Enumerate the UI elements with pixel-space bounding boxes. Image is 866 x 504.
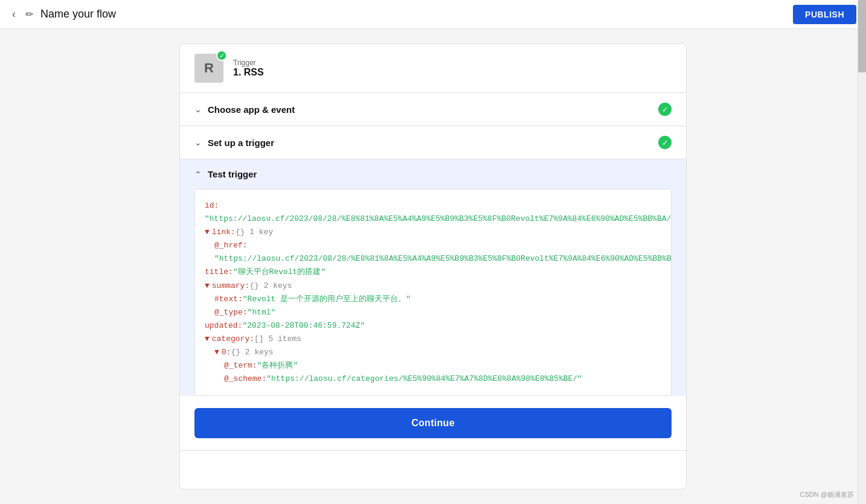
json-key: @_href:: [214, 239, 248, 252]
json-key: @_type:: [214, 306, 248, 319]
trigger-header: R ✓ Trigger 1. RSS: [180, 44, 686, 93]
json-expand-icon[interactable]: ▼: [205, 226, 210, 239]
setup-trigger-title: Set up a trigger: [208, 138, 274, 148]
flow-card: R ✓ Trigger 1. RSS ⌄ Choose app & event …: [179, 43, 687, 490]
trigger-info: Trigger 1. RSS: [233, 59, 264, 78]
json-expand-icon[interactable]: ▼: [205, 279, 210, 293]
json-key: summary:: [212, 279, 249, 293]
json-value: {} 2 keys: [231, 346, 273, 359]
continue-button[interactable]: Continue: [194, 408, 672, 438]
choose-app-title: Choose app & event: [208, 104, 295, 115]
trigger-label: Trigger: [233, 59, 264, 67]
publish-button[interactable]: PUBLISH: [793, 5, 856, 24]
json-key: #text:: [214, 293, 243, 306]
choose-app-header[interactable]: ⌄ Choose app & event ✓: [180, 93, 686, 126]
json-key: updated:: [205, 319, 242, 333]
continue-wrap: Continue: [180, 396, 686, 450]
json-line: ▼ category: [] 5 items: [205, 333, 661, 346]
test-trigger-section: ⌃ Test trigger id: "https://laosu.cf/202…: [180, 159, 686, 451]
json-viewer[interactable]: id: "https://laosu.cf/2023/08/28/%E8%81%…: [194, 189, 672, 396]
json-line: ▼ 0: {} 2 keys: [205, 346, 661, 359]
choose-app-section: ⌄ Choose app & event ✓: [180, 93, 686, 126]
json-expand-icon[interactable]: ▼: [205, 333, 210, 346]
back-button[interactable]: ‹: [10, 5, 18, 23]
json-key: title:: [205, 266, 233, 279]
json-line: @_term: "各种折腾": [205, 359, 661, 372]
edit-icon: ✏: [25, 8, 33, 20]
page-scrollbar[interactable]: [858, 0, 866, 504]
json-value: "html": [248, 306, 276, 319]
chevron-down-icon: ⌄: [194, 104, 202, 114]
choose-app-left: ⌄ Choose app & event: [194, 104, 295, 115]
setup-trigger-header[interactable]: ⌄ Set up a trigger ✓: [180, 126, 686, 159]
trigger-icon-letter: R: [204, 60, 214, 76]
setup-trigger-check: ✓: [658, 136, 672, 149]
setup-trigger-section: ⌄ Set up a trigger ✓: [180, 126, 686, 159]
json-line: ▼ link: {} 1 key: [205, 226, 661, 239]
trigger-check-badge: ✓: [216, 50, 227, 61]
json-key: @_scheme:: [224, 372, 266, 386]
json-value: {} 2 keys: [249, 279, 292, 293]
json-line: ▼ summary: {} 2 keys: [205, 279, 661, 293]
json-line: @_href: "https://laosu.cf/2023/08/28/%E8…: [205, 239, 661, 266]
json-value: "https://laosu.cf/categories/%E5%90%84%E…: [266, 372, 582, 386]
choose-app-check: ✓: [658, 103, 672, 116]
scrollbar-thumb[interactable]: [858, 0, 866, 72]
json-value: {} 1 key: [236, 226, 273, 239]
header-left: ‹ ✏ Name your flow: [10, 5, 116, 23]
app-header: ‹ ✏ Name your flow PUBLISH: [0, 0, 866, 29]
json-line: title: "聊天平台Revolt的搭建": [205, 266, 661, 279]
json-expand-icon[interactable]: ▼: [214, 346, 219, 359]
flow-title: Name your flow: [40, 8, 116, 21]
json-key: @_term:: [224, 359, 257, 372]
setup-trigger-left: ⌄ Set up a trigger: [194, 138, 274, 148]
json-value: "聊天平台Revolt的搭建": [233, 266, 326, 279]
trigger-icon-wrap: R ✓: [194, 54, 223, 83]
json-line: id: "https://laosu.cf/2023/08/28/%E8%81%…: [205, 199, 661, 226]
chevron-up-icon: ⌃: [194, 170, 202, 179]
json-line: @_type: "html": [205, 306, 661, 319]
json-key: id:: [205, 199, 219, 212]
test-trigger-title: Test trigger: [208, 169, 257, 179]
json-value: "https://laosu.cf/2023/08/28/%E8%81%8A%E…: [205, 212, 672, 226]
json-key: 0:: [222, 346, 231, 359]
json-line: #text: "Revolt 是一个开源的用户至上的聊天平台。": [205, 293, 661, 306]
test-trigger-header[interactable]: ⌃ Test trigger: [180, 159, 686, 189]
main-content: R ✓ Trigger 1. RSS ⌄ Choose app & event …: [0, 29, 866, 504]
json-line: @_scheme: "https://laosu.cf/categories/%…: [205, 372, 661, 386]
chevron-down-icon-2: ⌄: [194, 138, 202, 147]
json-value: "https://laosu.cf/2023/08/28/%E8%81%8A%E…: [214, 252, 672, 266]
trigger-name: 1. RSS: [233, 67, 264, 78]
watermark: CSDN @杨浦老苏: [800, 490, 854, 499]
json-key: category:: [212, 333, 254, 346]
json-value: "Revolt 是一个开源的用户至上的聊天平台。": [243, 293, 411, 306]
json-value: "各种折腾": [257, 359, 298, 372]
json-value: [] 5 items: [254, 333, 301, 346]
json-key: link:: [212, 226, 236, 239]
json-value: "2023-08-28T00:46:59.724Z": [242, 319, 365, 333]
back-icon: ‹: [12, 8, 16, 21]
json-line: updated: "2023-08-28T00:46:59.724Z": [205, 319, 661, 333]
